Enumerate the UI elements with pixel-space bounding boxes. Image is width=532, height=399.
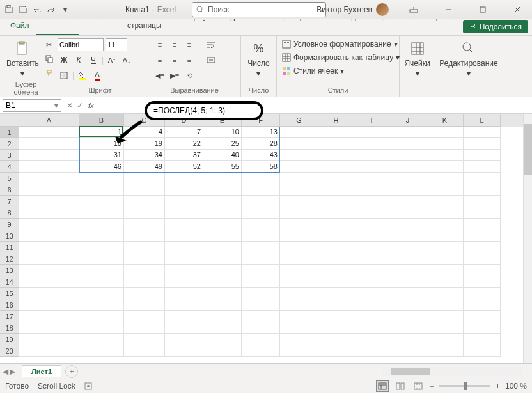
cells-button[interactable]: Ячейки▾: [403, 38, 431, 79]
row-header[interactable]: 5: [0, 173, 19, 184]
row-header[interactable]: 15: [0, 288, 19, 299]
cell[interactable]: [242, 345, 280, 357]
cell[interactable]: [19, 196, 79, 207]
cell[interactable]: [124, 207, 165, 219]
cell[interactable]: [464, 173, 501, 184]
cell[interactable]: [124, 196, 165, 207]
cell[interactable]: [79, 230, 124, 242]
col-header[interactable]: K: [426, 114, 464, 127]
cell[interactable]: [203, 184, 242, 196]
cell[interactable]: [354, 150, 389, 161]
cell[interactable]: [426, 299, 464, 311]
cell[interactable]: [165, 288, 203, 299]
row-header[interactable]: 4: [0, 161, 19, 173]
cell[interactable]: [426, 288, 464, 299]
row-header[interactable]: 7: [0, 196, 19, 207]
cell[interactable]: [79, 196, 124, 207]
align-left-icon[interactable]: ≡: [153, 54, 166, 66]
cell[interactable]: [280, 196, 318, 207]
cell[interactable]: [318, 311, 354, 322]
cell[interactable]: [318, 207, 354, 219]
cell[interactable]: [464, 345, 501, 357]
decrease-font-icon[interactable]: A↓: [120, 54, 133, 66]
cell[interactable]: [354, 219, 389, 230]
bold-button[interactable]: Ж: [58, 54, 70, 66]
cell[interactable]: [354, 345, 389, 357]
cell[interactable]: [79, 173, 124, 184]
select-all-corner[interactable]: [0, 114, 19, 127]
cell[interactable]: [203, 334, 242, 345]
cell[interactable]: [165, 322, 203, 334]
cell[interactable]: [280, 219, 318, 230]
cell[interactable]: [464, 230, 501, 242]
cell[interactable]: [280, 150, 318, 161]
align-bottom-icon[interactable]: ≡: [183, 38, 196, 51]
cell[interactable]: [389, 196, 426, 207]
cell[interactable]: [124, 265, 165, 276]
align-top-icon[interactable]: ≡: [153, 38, 166, 51]
cell[interactable]: [318, 127, 354, 138]
cell[interactable]: [242, 242, 280, 253]
cell[interactable]: [242, 173, 280, 184]
add-sheet-button[interactable]: +: [65, 365, 78, 378]
cell[interactable]: [318, 322, 354, 334]
cell[interactable]: [389, 219, 426, 230]
view-page-layout-icon[interactable]: [394, 380, 407, 392]
close-button[interactable]: [503, 0, 532, 19]
cell[interactable]: [354, 299, 389, 311]
cell[interactable]: [124, 276, 165, 288]
zoom-in-button[interactable]: +: [496, 382, 500, 391]
cell[interactable]: [165, 173, 203, 184]
cell[interactable]: [280, 334, 318, 345]
cell[interactable]: [280, 184, 318, 196]
cell[interactable]: [318, 299, 354, 311]
cell[interactable]: [203, 288, 242, 299]
cell[interactable]: [318, 288, 354, 299]
sheet-nav-prev-icon[interactable]: ◀: [3, 367, 8, 376]
row-header[interactable]: 16: [0, 299, 19, 311]
cell[interactable]: [389, 253, 426, 265]
cell[interactable]: [318, 265, 354, 276]
cell[interactable]: [203, 276, 242, 288]
col-header[interactable]: H: [318, 114, 354, 127]
redo-icon[interactable]: [46, 4, 56, 15]
cell[interactable]: [389, 322, 426, 334]
cell[interactable]: [79, 288, 124, 299]
cell[interactable]: [242, 276, 280, 288]
cell[interactable]: [318, 184, 354, 196]
cell[interactable]: [426, 253, 464, 265]
cell[interactable]: [354, 207, 389, 219]
cell[interactable]: [79, 345, 124, 357]
cell[interactable]: [354, 276, 389, 288]
cell[interactable]: [165, 265, 203, 276]
cell[interactable]: [318, 196, 354, 207]
cell[interactable]: [318, 242, 354, 253]
cell[interactable]: [79, 322, 124, 334]
cell[interactable]: [426, 265, 464, 276]
cell[interactable]: [124, 345, 165, 357]
cell[interactable]: [124, 288, 165, 299]
search-input[interactable]: Поиск: [192, 2, 326, 17]
sheet-tab-active[interactable]: Лист1: [22, 365, 61, 377]
cell[interactable]: [354, 265, 389, 276]
cell[interactable]: [389, 173, 426, 184]
cell[interactable]: [280, 230, 318, 242]
cell[interactable]: [124, 184, 165, 196]
row-header[interactable]: 6: [0, 184, 19, 196]
cell[interactable]: [389, 127, 426, 138]
cell[interactable]: [19, 184, 79, 196]
cell[interactable]: [280, 299, 318, 311]
cell[interactable]: [354, 161, 389, 173]
cell[interactable]: [280, 276, 318, 288]
cell[interactable]: [464, 311, 501, 322]
cell[interactable]: [79, 299, 124, 311]
cell[interactable]: [389, 230, 426, 242]
cell[interactable]: [426, 276, 464, 288]
cell[interactable]: [389, 161, 426, 173]
cell[interactable]: [203, 196, 242, 207]
cell[interactable]: [280, 242, 318, 253]
col-header[interactable]: L: [464, 114, 501, 127]
cell[interactable]: [464, 207, 501, 219]
cell[interactable]: [19, 322, 79, 334]
align-right-icon[interactable]: ≡: [183, 54, 196, 66]
